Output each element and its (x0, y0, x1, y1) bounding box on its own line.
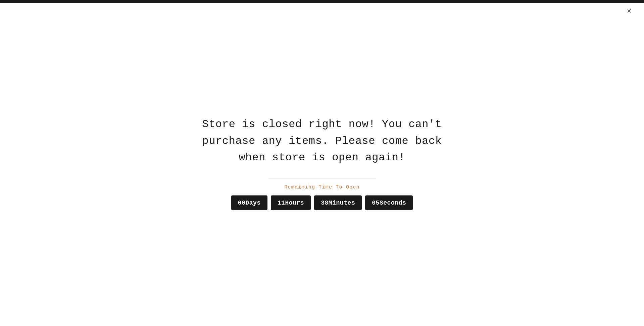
countdown-seconds: 05Seconds (365, 195, 413, 210)
content-area: Store is closed right now! You can't pur… (195, 116, 450, 210)
countdown-days: 00Days (231, 195, 267, 210)
close-button[interactable]: × (624, 6, 634, 16)
countdown-minutes: 38Minutes (314, 195, 362, 210)
countdown-row: 00Days 11Hours 38Minutes 05Seconds (195, 195, 450, 210)
top-bar (0, 0, 644, 3)
divider (268, 178, 376, 178)
remaining-label: Remaining Time To Open (195, 184, 450, 190)
main-message: Store is closed right now! You can't pur… (195, 116, 450, 166)
countdown-hours: 11Hours (271, 195, 311, 210)
